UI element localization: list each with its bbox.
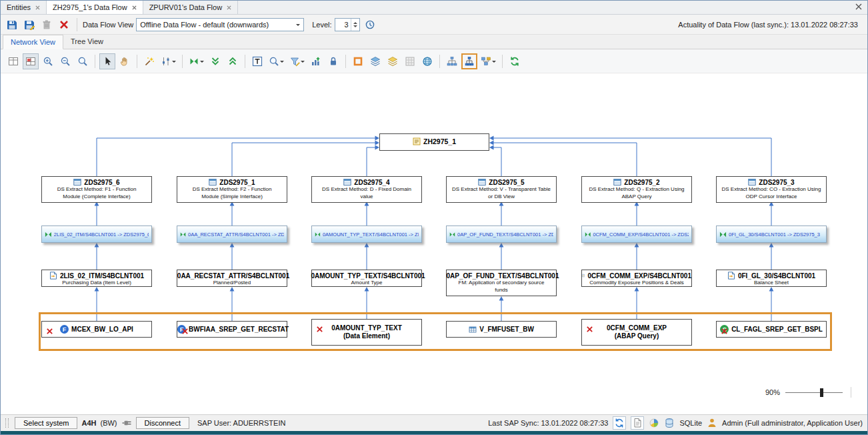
source-system-node[interactable]: 0AP_OF_FUND_TEXT/S4BCLNT001FM: Applicati… [446,270,557,296]
collapse-all-button[interactable] [207,53,223,69]
align-grid-icon [405,56,415,67]
transformation-node[interactable]: 0AA_RECSTAT_ATTR/S4BCLNT001 -> ZDS2975_1 [177,226,287,243]
transformation-node[interactable]: 2LIS_02_ITM/S4BCLNT001 -> ZDS2975_6 [41,226,152,243]
source-system-node[interactable]: 2LIS_02_ITM/S4BCLNT001Purchasing Data (I… [41,270,152,287]
node-title: 0AA_RECSTAT_ATTR/S4BCLNT001 [177,272,289,280]
navigate-button[interactable] [187,53,206,69]
zoom-out-button[interactable] [57,53,73,69]
org-layout-button[interactable] [479,53,498,69]
datasource-node[interactable]: ZDS2975_4DS Extract Method: D - Fixed Do… [311,176,422,203]
tree-layout-button[interactable] [444,53,460,69]
layers-front-button[interactable] [367,53,383,69]
zoom-fit-button[interactable] [75,53,91,69]
datasource-node[interactable]: ZDS2975_6DS Extract Method: F1 - Functio… [41,176,152,203]
save-button[interactable] [5,17,19,32]
level-stepper[interactable]: 3 [335,18,360,31]
zoom-slider[interactable] [785,388,843,397]
tab-close-icon[interactable] [35,5,40,10]
save-as-button[interactable] [22,17,37,32]
zoom-slider-thumb[interactable] [820,388,823,397]
tab-zh2975-1-data-flow[interactable]: ZH2975_1's Data Flow [47,1,143,14]
stepper-down-icon[interactable] [353,25,357,29]
org-layout-icon [481,56,491,67]
pie-chart-icon[interactable] [649,418,659,428]
node-title: ZDS2975_5 [489,179,524,186]
highlight-frame-button[interactable] [350,53,366,69]
node-desc: Commodity Exposure Positions & Deals [582,280,691,287]
overview-grid-button[interactable] [5,53,21,69]
sync-now-button[interactable] [613,416,626,430]
dropdown-arrow-icon[interactable] [172,61,176,65]
datasource-node[interactable]: ZDS2975_5DS Extract Method: V - Transpar… [446,176,557,203]
dropdown-arrow-icon[interactable] [301,61,305,65]
hierarchic-layout-button[interactable] [461,53,477,69]
stepper-up-icon[interactable] [353,20,357,24]
select-system-button[interactable]: Select system [15,417,77,429]
schedule-sync-button[interactable] [363,17,377,32]
extractor-node[interactable]: 0CFM_COMM_EXP(ABAP Query) [581,319,692,346]
zoom-in-button[interactable] [40,53,56,69]
view-tab-label: Network View [11,38,55,46]
align-grid-button[interactable] [402,53,418,69]
transformation-node[interactable]: 0AP_OF_FUND_TEXT/S4BCLNT001 -> ZDS2975_5 [446,226,557,243]
tab-tree-view[interactable]: Tree View [63,35,111,49]
tab-close-icon[interactable] [227,5,231,10]
transformation-node[interactable]: 0AMOUNT_TYP_TEXT/S4BCLNT001 -> ZDS2975_4 [311,226,422,243]
tab-entities[interactable]: Entities [1,1,47,14]
search-button[interactable] [267,53,286,69]
expand-all-button[interactable] [225,53,241,69]
tab-network-view[interactable]: Network View [3,35,63,49]
node-tools-button[interactable] [159,53,178,69]
source-system-node[interactable]: 0AMOUNT_TYP_TEXT/S4BCLNT001Amount Type [311,270,422,287]
extractor-node[interactable]: FBWFIAA_SREP_GET_RECSTAT [177,321,287,338]
pointer-icon [102,56,113,67]
level-stepper-arrows[interactable] [351,19,359,31]
transformation-node[interactable]: 0FI_GL_30/S4BCLNT001 -> ZDS2975_3 [716,226,827,243]
network-canvas[interactable]: ZH2975_1 ZDS2975_6DS Extract Method: F1 … [1,73,867,414]
zoom-selection-button[interactable] [23,53,39,69]
window-close-icon[interactable] [855,3,862,10]
disconnect-button[interactable]: Disconnect [136,417,189,429]
magic-wand-button[interactable] [141,53,157,69]
refresh-button[interactable] [507,53,523,69]
extractor-node[interactable]: FMCEX_BW_LO_API [41,321,152,338]
transformation-node[interactable]: 0CFM_COMM_EXP/S4BCLNT001 -> ZDS2975_2 [581,226,692,243]
web-view-button[interactable] [419,53,435,69]
text-tool-button[interactable] [249,53,265,69]
extractor-node[interactable]: CCL_FAGL_SREP_GET_BSPL [716,321,827,338]
separator [77,18,77,31]
lock-button[interactable] [325,53,341,69]
extractor-node[interactable]: 0AMOUNT_TYP_TEXT(Data Element) [311,319,422,346]
datasource-node[interactable]: ZDS2975_2DS Extract Method: Q - Extracti… [581,176,692,203]
datasource-icon [478,178,486,186]
scenario-node[interactable]: ZH2975_1 [379,133,489,151]
node-desc: DS Extract Method: Q - Extraction Using [582,186,691,193]
datasource-node[interactable]: ZDS2975_3DS Extract Method: CO - Extract… [716,176,827,203]
data-flow-view-select[interactable]: Offline Data Flow - default (downwards) [136,18,304,31]
pointer-tool-button[interactable] [99,53,115,69]
datasource-node[interactable]: ZDS2975_1DS Extract Method: F2 - Functio… [177,176,287,203]
tab-close-icon[interactable] [132,5,137,10]
source-system-node[interactable]: 0CFM_COMM_EXP/S4BCLNT001Commodity Exposu… [581,270,692,287]
export-graph-button[interactable] [308,53,324,69]
sync-icon [614,418,625,428]
remove-data-flow-button[interactable] [57,17,71,32]
pan-tool-button[interactable] [117,53,133,69]
filter-button[interactable] [287,53,307,69]
combo-dropdown-icon[interactable] [293,19,303,31]
dropdown-arrow-icon[interactable] [280,61,284,65]
dropdown-arrow-icon[interactable] [492,61,496,65]
source-system-node[interactable]: 0AA_RECSTAT_ATTR/S4BCLNT001Planned/Poste… [177,270,287,287]
source-system-node[interactable]: 0FI_GL_30/S4BCLNT001Balance Sheet [716,270,827,287]
node-desc: funds [447,287,556,294]
node-desc: value [312,193,421,201]
delete-button[interactable] [39,17,54,32]
dropdown-arrow-icon[interactable] [200,61,204,65]
node-desc: Balance Sheet [717,280,826,287]
tab-zpurv01-data-flow[interactable]: ZPURV01's Data Flow [143,1,239,14]
node-desc: Planned/Posted [177,280,287,287]
transfer-label: 0AP_OF_FUND_TEXT/S4BCLNT001 -> ZDS2975_5 [457,232,553,238]
extractor-node[interactable]: V_FMFUSET_BW [446,321,557,338]
layers-back-button[interactable] [385,53,401,69]
log-document-button[interactable] [631,416,644,430]
